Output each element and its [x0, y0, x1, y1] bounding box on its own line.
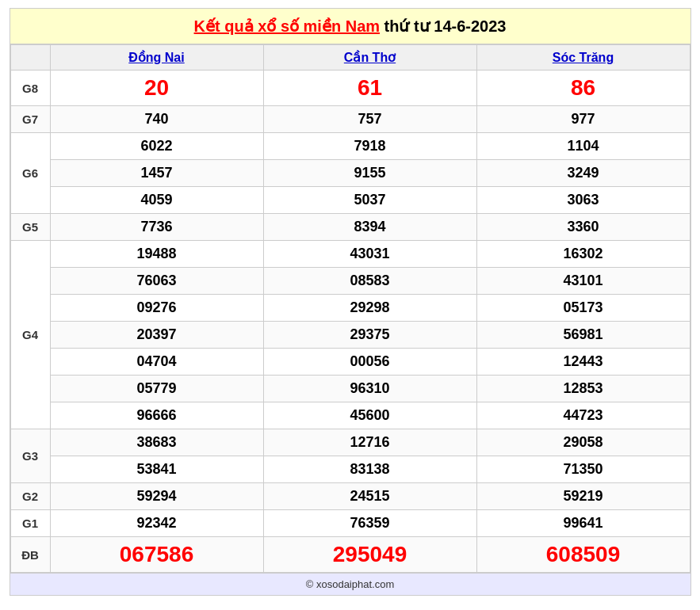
g7-c3: 977	[476, 106, 690, 133]
db-c2: 295049	[263, 537, 476, 573]
g5-row: G5 7736 8394 3360	[10, 214, 690, 241]
g4-r2-c1: 76063	[50, 268, 263, 295]
g4-r6-c1: 05779	[50, 376, 263, 402]
page-header: Kết quả xổ số miền Nam thứ tư 14-6-2023	[10, 9, 690, 44]
g5-c3: 3360	[476, 214, 690, 241]
g4-row-5: 04704 00056 12443	[10, 349, 690, 376]
col3-header: Sóc Trăng	[476, 45, 690, 71]
g4-r4-c3: 56981	[476, 322, 690, 349]
g2-label: G2	[10, 483, 50, 510]
g5-c2: 8394	[263, 214, 476, 241]
g4-r6-c3: 12853	[476, 376, 690, 402]
g3-r2-c1: 53841	[50, 456, 263, 483]
g4-row-6: 05779 96310 12853	[10, 376, 690, 402]
main-container: Kết quả xổ số miền Nam thứ tư 14-6-2023 …	[10, 8, 691, 596]
g2-c1: 59294	[50, 483, 263, 510]
g4-r5-c1: 04704	[50, 349, 263, 376]
col1-link[interactable]: Đồng Nai	[128, 51, 184, 64]
g2-c3: 59219	[476, 483, 690, 510]
g4-label: G4	[10, 241, 50, 429]
g3-r2-c2: 83138	[263, 456, 476, 483]
g1-label: G1	[10, 510, 50, 537]
title-rest: thứ tư 14-6-2023	[380, 17, 506, 35]
g6-r1-c3: 1104	[476, 133, 690, 160]
g8-c3: 86	[476, 71, 690, 106]
g4-r1-c2: 43031	[263, 241, 476, 268]
db-label: ĐB	[10, 537, 50, 573]
g6-r2-c3: 3249	[476, 160, 690, 187]
g4-r6-c2: 96310	[263, 376, 476, 402]
g4-row-2: 76063 08583 43101	[10, 268, 690, 295]
footer: © xosodaiphat.com	[10, 573, 690, 595]
g4-r3-c1: 09276	[50, 295, 263, 322]
col3-link[interactable]: Sóc Trăng	[553, 51, 614, 64]
g6-row-2: 1457 9155 3249	[10, 160, 690, 187]
g3-r1-c2: 12716	[263, 429, 476, 456]
db-c3: 608509	[476, 537, 690, 573]
g3-r1-c1: 38683	[50, 429, 263, 456]
g4-r5-c3: 12443	[476, 349, 690, 376]
g7-c1: 740	[50, 106, 263, 133]
g6-row-1: G6 6022 7918 1104	[10, 133, 690, 160]
g8-row: G8 20 61 86	[10, 71, 690, 106]
g8-c1: 20	[50, 71, 263, 106]
g7-c2: 757	[263, 106, 476, 133]
g4-r7-c3: 44723	[476, 402, 690, 429]
g2-row: G2 59294 24515 59219	[10, 483, 690, 510]
g4-r7-c2: 45600	[263, 402, 476, 429]
g4-r1-c3: 16302	[476, 241, 690, 268]
g6-r1-c2: 7918	[263, 133, 476, 160]
g6-label: G6	[10, 133, 50, 214]
g4-row-1: G4 19488 43031 16302	[10, 241, 690, 268]
col1-header: Đồng Nai	[50, 45, 263, 71]
g6-r3-c1: 4059	[50, 187, 263, 214]
g7-label: G7	[10, 106, 50, 133]
g4-row-4: 20397 29375 56981	[10, 322, 690, 349]
g1-c2: 76359	[263, 510, 476, 537]
g4-r3-c2: 29298	[263, 295, 476, 322]
g5-label: G5	[10, 214, 50, 241]
db-c1: 067586	[50, 537, 263, 573]
g3-label: G3	[10, 429, 50, 483]
g5-c1: 7736	[50, 214, 263, 241]
col2-link[interactable]: Cần Thơ	[344, 51, 396, 64]
g1-c1: 92342	[50, 510, 263, 537]
g4-r1-c1: 19488	[50, 241, 263, 268]
g6-r2-c1: 1457	[50, 160, 263, 187]
db-row: ĐB 067586 295049 608509	[10, 537, 690, 573]
g6-r3-c2: 5037	[263, 187, 476, 214]
g6-r3-c3: 3063	[476, 187, 690, 214]
g6-r2-c2: 9155	[263, 160, 476, 187]
g4-r3-c3: 05173	[476, 295, 690, 322]
g4-r4-c1: 20397	[50, 322, 263, 349]
g3-r2-c3: 71350	[476, 456, 690, 483]
g7-row: G7 740 757 977	[10, 106, 690, 133]
g4-r4-c2: 29375	[263, 322, 476, 349]
g1-row: G1 92342 76359 99641	[10, 510, 690, 537]
g6-row-3: 4059 5037 3063	[10, 187, 690, 214]
g3-r1-c3: 29058	[476, 429, 690, 456]
empty-header	[10, 45, 50, 71]
g2-c2: 24515	[263, 483, 476, 510]
g6-r1-c1: 6022	[50, 133, 263, 160]
title-link[interactable]: Kết quả xổ số miền Nam	[194, 17, 380, 35]
g1-c3: 99641	[476, 510, 690, 537]
g4-row-7: 96666 45600 44723	[10, 402, 690, 429]
g4-row-3: 09276 29298 05173	[10, 295, 690, 322]
g8-label: G8	[10, 71, 50, 106]
g4-r5-c2: 00056	[263, 349, 476, 376]
g3-row-2: 53841 83138 71350	[10, 456, 690, 483]
results-table: Đồng Nai Cần Thơ Sóc Trăng G8 20 61 86 G…	[10, 44, 690, 573]
col2-header: Cần Thơ	[263, 45, 476, 71]
g3-row-1: G3 38683 12716 29058	[10, 429, 690, 456]
g4-r7-c1: 96666	[50, 402, 263, 429]
g8-c2: 61	[263, 71, 476, 106]
g4-r2-c3: 43101	[476, 268, 690, 295]
g4-r2-c2: 08583	[263, 268, 476, 295]
